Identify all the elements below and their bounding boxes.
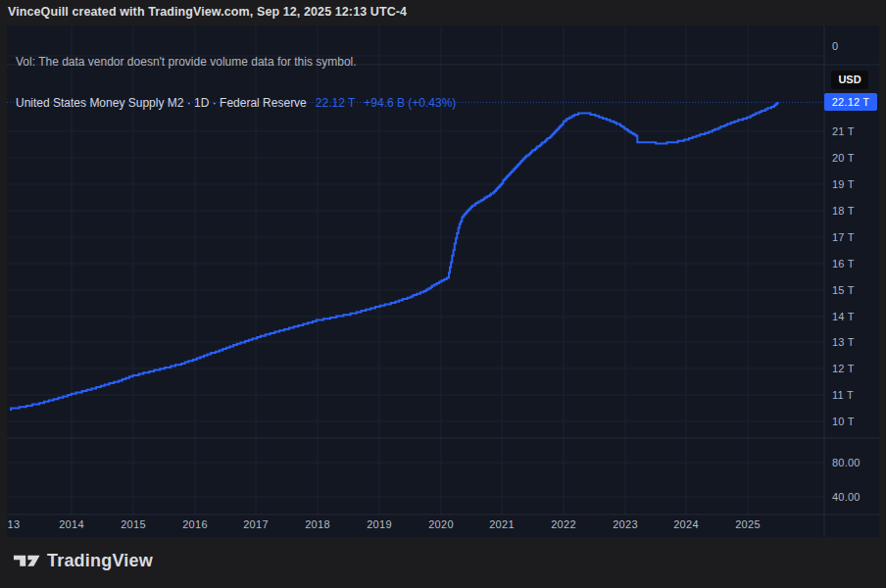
x-axis-label: 2025 [735, 518, 761, 530]
volume-unavailable-message: Vol: The data vendor doesn't provide vol… [16, 55, 357, 69]
y-axis-label: 10 T [832, 416, 855, 427]
x-axis-label: 2016 [182, 518, 208, 530]
y-axis-label: 20 T [832, 152, 855, 164]
x-axis-label: 13 [8, 518, 21, 530]
y-axis-label: 14 T [832, 311, 855, 322]
currency-usd-button[interactable]: USD [831, 71, 868, 89]
x-axis-label: 2017 [243, 518, 269, 530]
y-axis-label: 15 T [832, 284, 855, 296]
x-axis-label: 2024 [673, 518, 699, 530]
time-axis[interactable]: 1320142015201620172018201920202021202220… [7, 514, 824, 537]
y-axis-label: 21 T [832, 125, 855, 137]
tradingview-snapshot: VinceQuill created with TradingView.com,… [0, 0, 886, 588]
x-axis-label: 2019 [367, 518, 392, 530]
last-price-value: 22.12 T [316, 96, 355, 110]
y-axis-label: 18 T [832, 205, 855, 217]
y-axis-label: 80.00 [832, 457, 861, 468]
x-axis-label: 2022 [551, 518, 576, 530]
x-axis-label: 2014 [59, 518, 84, 530]
y-axis-label: 40.00 [832, 491, 861, 503]
m2-money-supply-line[interactable] [10, 103, 779, 410]
x-axis-label: 2015 [121, 518, 146, 530]
chart-widget: Vol: The data vendor doesn't provide vol… [7, 25, 879, 537]
symbol-title: United States Money Supply M2 · 1D · Fed… [16, 96, 307, 110]
tradingview-logo-link[interactable]: TradingView [14, 548, 153, 573]
tradingview-logo-icon [14, 553, 40, 569]
x-axis-label: 2023 [613, 518, 638, 530]
tradingview-logo-text: TradingView [47, 551, 153, 571]
y-axis-label: 17 T [832, 231, 855, 243]
price-change-value: +94.6 B (+0.43%) [364, 96, 456, 110]
y-axis-label: 13 T [832, 336, 855, 348]
y-axis-label: 16 T [832, 258, 855, 270]
x-axis-label: 2021 [489, 518, 515, 530]
x-axis-label: 2018 [305, 518, 330, 530]
last-price-badge: 22.12 T [824, 93, 877, 111]
y-axis-label: 19 T [832, 178, 855, 190]
y-axis-label: 0 [832, 40, 838, 52]
y-axis-label: 12 T [832, 363, 855, 374]
attribution-text: VinceQuill created with TradingView.com,… [8, 5, 407, 21]
x-axis-label: 2020 [428, 518, 454, 530]
symbol-legend[interactable]: United States Money Supply M2 · 1D · Fed… [16, 96, 456, 110]
y-axis-label: 11 T [832, 389, 854, 401]
